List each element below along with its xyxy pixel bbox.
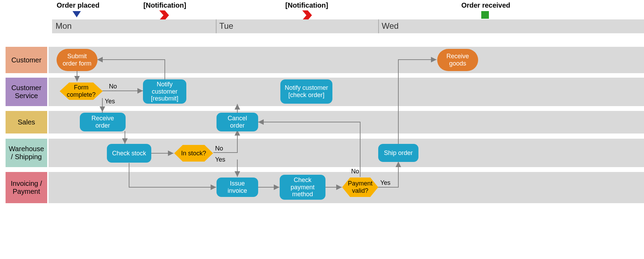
milestone-order-placed: Order placed [54,1,102,9]
milestone-notification-1: [Notification] [137,1,193,9]
svg-marker-1 [302,10,312,20]
timeline-day-mon: Mon [56,21,72,31]
lane-head-sales: Sales [6,111,47,133]
timeline-day-tue: Tue [219,21,233,31]
node-issue-invoice: Issue invoice [217,178,258,197]
lane-bg-customer-service [49,78,644,106]
lane-head-warehouse: Warehouse / Shipping [6,139,47,167]
cond-form-yes: Yes [105,98,115,105]
timeline-day-wed: Wed [382,21,399,31]
order-received-icon [481,11,489,19]
node-submit-order: Submit order form [57,49,98,71]
milestone-notification-2: [Notification] [279,1,334,9]
cond-pay-no: No [351,168,359,175]
timeline-bar [52,19,644,33]
timeline-sep-wed [378,19,379,33]
lane-bg-customer [49,47,644,73]
node-check-stock: Check stock [107,144,151,163]
node-check-payment: Check payment method [280,175,325,200]
cond-stock-no: No [215,145,223,152]
notification-1-icon [159,10,169,20]
svg-marker-0 [159,10,169,20]
timeline-sep-tue [216,19,217,33]
milestone-order-received: Order received [458,1,514,9]
node-cancel-order: Cancel order [217,113,258,131]
lane-head-customer-service: Customer Service [6,78,47,106]
lane-head-invoicing: Invoicing / Payment [6,172,47,203]
cond-form-no: No [109,83,117,90]
node-ship-order: Ship order [378,144,418,162]
node-receive-order: Receive order [80,113,126,131]
notification-2-icon [302,10,312,20]
lane-bg-sales [49,111,644,133]
lane-head-customer: Customer [6,47,47,73]
swimlane-diagram: Order placed [Notification] [Notificatio… [0,0,644,259]
node-receive-goods: Receive goods [437,49,478,71]
cond-pay-yes: Yes [380,179,390,187]
node-notify-check-order: Notify customer [check order] [280,79,332,104]
node-notify-resubmit: Notify customer [resubmit] [143,79,186,104]
order-placed-icon [73,11,81,17]
cond-stock-yes: Yes [215,156,225,163]
